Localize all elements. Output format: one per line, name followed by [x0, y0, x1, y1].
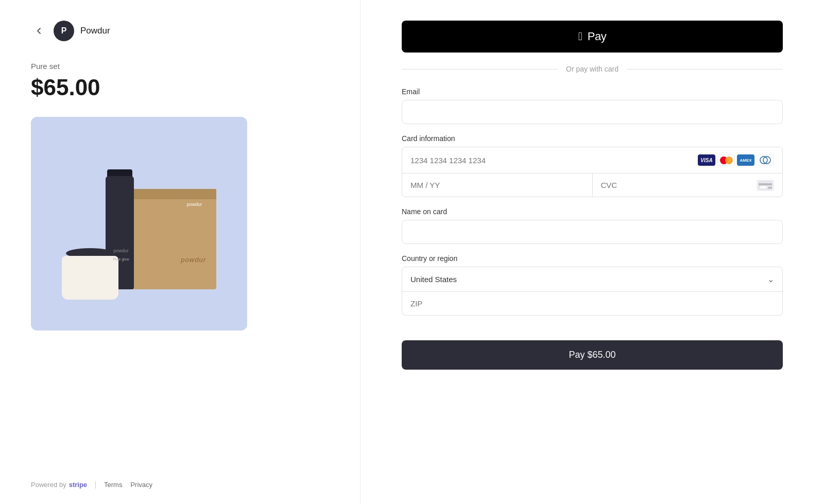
footer-divider — [95, 481, 96, 489]
country-select-row[interactable]: United States ⌄ — [402, 267, 782, 292]
box-shape — [129, 197, 216, 289]
apple-icon:  — [578, 30, 582, 43]
name-group: Name on card — [402, 207, 783, 244]
pay-button[interactable]: Pay $65.00 — [402, 340, 783, 370]
right-panel:  Pay Or pay with card Email Card inform… — [360, 0, 824, 504]
diners-icon — [757, 154, 774, 166]
footer: Powered by stripe Terms Privacy — [31, 481, 152, 489]
header: P Powdur — [31, 21, 329, 41]
card-info-label: Card information — [402, 134, 783, 143]
divider-line-right — [627, 69, 783, 69]
name-input[interactable] — [402, 220, 783, 244]
privacy-link[interactable]: Privacy — [130, 481, 152, 489]
zip-input[interactable] — [402, 292, 782, 315]
jar-label: powdur — [94, 248, 148, 253]
card-cvc-wrapper: 123 — [593, 173, 783, 197]
card-expiry-cvc-row: 123 — [402, 173, 782, 197]
brand-name: Powdur — [80, 26, 110, 36]
jar-sublabel: Pure glow — [94, 257, 148, 261]
jar-shape: powdur Pure glow — [62, 256, 118, 300]
country-region-box: United States ⌄ — [402, 267, 783, 316]
stripe-logo: stripe — [69, 481, 87, 489]
email-input[interactable] — [402, 100, 783, 124]
apple-pay-label: Pay — [588, 30, 606, 43]
visa-icon: VISA — [698, 154, 715, 166]
divider-text: Or pay with card — [566, 65, 619, 73]
svg-rect-3 — [759, 183, 772, 185]
powered-by-label: Powered by — [31, 481, 66, 489]
amex-icon: AMEX — [737, 154, 754, 166]
country-group: Country or region United States ⌄ — [402, 254, 783, 326]
divider-row: Or pay with card — [402, 65, 783, 73]
tube-label: powdur — [182, 202, 207, 207]
box-label: powdur — [181, 256, 206, 264]
svg-text:123: 123 — [768, 186, 772, 189]
brand-initial: P — [61, 26, 67, 36]
product-image: powdur powdur powdur Pure glow — [31, 117, 247, 331]
divider-line-left — [402, 69, 558, 69]
product-scene: powdur powdur powdur Pure glow — [31, 117, 247, 331]
country-label: Country or region — [402, 254, 783, 263]
card-number-input[interactable] — [410, 156, 698, 165]
chevron-down-icon: ⌄ — [767, 274, 774, 284]
card-icons: VISA AMEX — [698, 154, 774, 166]
pay-button-label: Pay $65.00 — [569, 350, 615, 360]
terms-link[interactable]: Terms — [104, 481, 122, 489]
email-group: Email — [402, 88, 783, 124]
mastercard-icon — [717, 154, 735, 166]
card-info-box: VISA AMEX — [402, 147, 783, 197]
email-label: Email — [402, 88, 783, 96]
name-label: Name on card — [402, 207, 783, 216]
svg-rect-4 — [760, 186, 766, 188]
apple-pay-button[interactable]:  Pay — [402, 21, 783, 53]
powered-by: Powered by stripe — [31, 481, 87, 489]
product-price: $65.00 — [31, 75, 329, 100]
left-panel: P Powdur Pure set $65.00 powdur powdur p… — [0, 0, 360, 504]
card-expiry-input[interactable] — [402, 173, 593, 197]
cvc-icon: 123 — [757, 180, 774, 191]
card-number-row: VISA AMEX — [402, 147, 782, 173]
back-button[interactable] — [31, 23, 47, 39]
box-top — [129, 189, 216, 199]
card-info-group: Card information VISA AMEX — [402, 134, 783, 197]
product-name: Pure set — [31, 62, 329, 71]
card-cvc-input[interactable] — [601, 181, 757, 189]
country-value: United States — [410, 275, 767, 284]
brand-avatar: P — [54, 21, 74, 41]
